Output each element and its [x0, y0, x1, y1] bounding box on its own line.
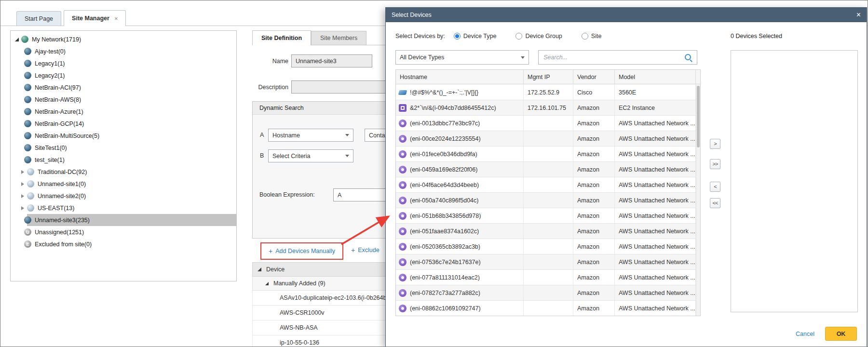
device-table-body: !@#$%^&*()_-=+-`:;.'|V[]{}172.25.52.9Cis…	[396, 85, 696, 316]
tab-site-members[interactable]: Site Members	[311, 31, 366, 45]
tree-item[interactable]: NetBrain-AWS(8)	[11, 93, 236, 106]
model-cell: 3560E	[615, 85, 696, 100]
device-row[interactable]: (eni-0520365cb3892ac3b)AmazonAWS Unattac…	[396, 239, 696, 254]
tree-item[interactable]: NetBrain-MultiSource(5)	[11, 130, 236, 142]
dropdown-value: Select Criteria	[272, 153, 311, 160]
tree-item[interactable]: Unnamed-site2(0)	[11, 190, 236, 202]
collapse-triangle-icon[interactable]	[258, 267, 261, 271]
vendor-cell: Amazon	[573, 131, 615, 146]
collapsed-arrow-icon[interactable]	[19, 206, 26, 210]
tree-item[interactable]: test_site(1)	[11, 154, 236, 166]
hostname-text: (eni-0520365cb3892ac3b)	[410, 243, 480, 250]
column-header[interactable]: Vendor	[573, 70, 615, 84]
select-devices-by-label: Select Devices by:	[395, 33, 445, 40]
tree-item[interactable]: NetBrain-ACI(97)	[11, 81, 236, 93]
tab-site-definition[interactable]: Site Definition	[252, 30, 311, 45]
collapsed-arrow-icon[interactable]	[19, 194, 26, 198]
tree-item[interactable]: UUnassigned(1251)	[11, 226, 236, 238]
hostname-cell: (eni-07827c73a277a882c)	[396, 285, 524, 300]
collapsed-arrow-icon[interactable]	[19, 170, 26, 174]
eni-device-icon	[399, 166, 407, 174]
radio-label: Device Type	[463, 33, 497, 40]
move-all-right-button[interactable]: >>	[710, 159, 720, 169]
mgmt-ip-cell	[524, 147, 573, 161]
eni-device-icon	[399, 212, 407, 220]
tree-item[interactable]: Unnamed-site3(235)	[11, 214, 236, 226]
tree-item[interactable]: EExcluded from site(0)	[11, 238, 236, 250]
dialog-titlebar[interactable]: Select Devices ×	[386, 8, 867, 22]
column-header[interactable]: Model	[615, 70, 696, 84]
mgmt-ip-cell	[524, 270, 573, 285]
tree-item-label: Unnamed-site2(0)	[38, 193, 86, 200]
move-all-left-button[interactable]: <<	[710, 198, 720, 208]
radio-group: Device TypeDevice GroupSite	[454, 33, 621, 40]
move-right-button[interactable]: >	[710, 139, 720, 149]
radio-option[interactable]: Device Type	[454, 33, 497, 40]
radio-button-icon[interactable]	[515, 33, 522, 40]
cancel-button[interactable]: Cancel	[796, 331, 814, 337]
device-row[interactable]: (eni-051b68b343856d978)AmazonAWS Unattac…	[396, 208, 696, 224]
device-row[interactable]: (eni-01fece0b346dbd9fa)AmazonAWS Unattac…	[396, 147, 696, 162]
collapsed-arrow-icon[interactable]	[19, 182, 26, 186]
close-tab-icon[interactable]: ×	[114, 15, 118, 22]
move-left-button[interactable]: <	[710, 182, 720, 192]
device-row[interactable]: &2*`\n/&(i-094cb7dd86455412c)172.16.101.…	[396, 100, 696, 116]
tree-item[interactable]: Traditional-DC(92)	[11, 166, 236, 178]
site-group-icon	[27, 192, 34, 200]
app-window: Start Page Site Manager × My Network(171…	[0, 0, 868, 347]
tree-item[interactable]: Ajay-test(0)	[11, 45, 236, 57]
dialog-title: Select Devices	[392, 12, 432, 18]
dropdown-value: Conta	[369, 132, 385, 139]
device-row[interactable]: (eni-00ce2024e12235554)AmazonAWS Unattac…	[396, 131, 696, 147]
device-row[interactable]: (eni-04f6ace64d3d4beeb)AmazonAWS Unattac…	[396, 177, 696, 193]
device-row[interactable]: (eni-0459a169e82f20f06)AmazonAWS Unattac…	[396, 162, 696, 177]
device-row[interactable]: (eni-08862c10691092747)AmazonAWS Unattac…	[396, 301, 696, 316]
site-globe-icon	[24, 132, 31, 139]
search-input[interactable]	[539, 51, 697, 64]
criteria-b-field-dropdown[interactable]: Select Criteria	[268, 149, 353, 162]
hostname-text: (eni-051faae8374a1602c)	[410, 228, 479, 235]
hostname-cell: (eni-050a740c896f5d04c)	[396, 193, 524, 208]
hostname-text: (eni-050a740c896f5d04c)	[410, 197, 478, 204]
tree-item[interactable]: SiteTest1(0)	[11, 142, 236, 154]
radio-option[interactable]: Site	[582, 33, 602, 40]
tree-item[interactable]: NetBrain-Azure(1)	[11, 106, 236, 118]
device-row[interactable]: (eni-07827c73a277a882c)AmazonAWS Unattac…	[396, 285, 696, 301]
site-globe-icon	[24, 48, 31, 55]
device-type-filter-dropdown[interactable]: All Device Types	[395, 50, 529, 65]
device-row[interactable]: (eni-050a740c896f5d04c)AmazonAWS Unattac…	[396, 193, 696, 208]
device-row[interactable]: (eni-0013dbbc77e3bc97c)AmazonAWS Unattac…	[396, 116, 696, 131]
device-row[interactable]: (eni-077a811131014eac2)AmazonAWS Unattac…	[396, 270, 696, 285]
radio-button-icon[interactable]	[582, 33, 588, 40]
add-devices-manually-button[interactable]: + Add Devices Manually	[260, 242, 343, 260]
radio-option[interactable]: Device Group	[515, 33, 562, 40]
tab-site-manager[interactable]: Site Manager ×	[64, 10, 126, 26]
scrollbar-thumb[interactable]	[697, 86, 700, 147]
tree-item[interactable]: NetBrain-GCP(14)	[11, 118, 236, 130]
ok-button[interactable]: OK	[825, 327, 857, 341]
criteria-a-field-dropdown[interactable]: Hostname	[268, 129, 353, 142]
radio-button-icon[interactable]	[454, 33, 461, 40]
tree-item[interactable]: Legacy2(1)	[11, 69, 236, 81]
tree-item[interactable]: Legacy1(1)	[11, 57, 236, 69]
tab-start-page[interactable]: Start Page	[16, 11, 61, 26]
tree-item[interactable]: My Network(1719)	[11, 33, 236, 45]
chevron-down-icon	[521, 56, 525, 59]
column-header[interactable]: Mgmt IP	[524, 70, 573, 84]
table-scrollbar[interactable]	[696, 85, 700, 316]
device-row[interactable]: (eni-07536c7e24b17637e)AmazonAWS Unattac…	[396, 254, 696, 270]
tree-item[interactable]: Unnamed-site1(0)	[11, 178, 236, 190]
collapse-triangle-icon[interactable]	[265, 282, 269, 285]
device-row[interactable]: !@#$%^&*()_-=+-`:;.'|V[]{}172.25.52.9Cis…	[396, 85, 696, 100]
device-row[interactable]: (eni-051faae8374a1602c)AmazonAWS Unattac…	[396, 224, 696, 239]
device-table-header: HostnameMgmt IPVendorModel	[396, 70, 700, 84]
site-name-input[interactable]	[291, 54, 372, 67]
expanded-arrow-icon[interactable]	[14, 38, 20, 41]
tree-item[interactable]: US-EAST(13)	[11, 202, 236, 214]
column-header[interactable]: Hostname	[396, 70, 524, 84]
close-dialog-icon[interactable]: ×	[856, 11, 861, 19]
search-icon[interactable]	[685, 54, 692, 62]
mgmt-ip-cell: 172.25.52.9	[524, 85, 573, 100]
vendor-cell: Amazon	[573, 116, 615, 131]
tab-label: Site Definition	[261, 35, 302, 41]
